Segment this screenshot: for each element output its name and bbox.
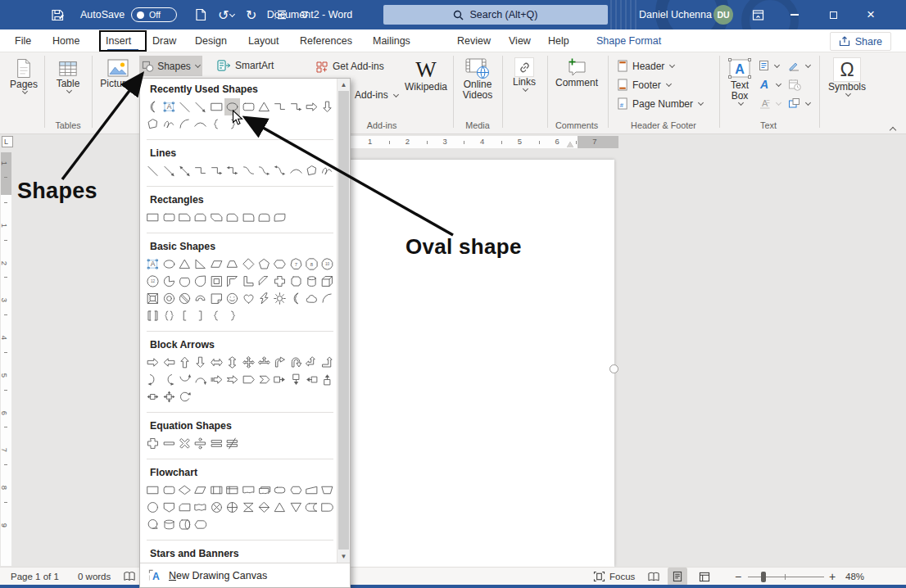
shape-fc-document[interactable] (240, 482, 256, 499)
shape-arrow-left[interactable] (161, 354, 176, 371)
shape-cloud[interactable] (304, 290, 319, 307)
save-icon[interactable] (51, 0, 65, 29)
shape-right-brace[interactable] (224, 307, 240, 324)
shape-moon[interactable] (288, 290, 304, 307)
links-button[interactable]: Links (505, 57, 544, 92)
date-time-button[interactable] (788, 79, 801, 91)
shapes-button[interactable]: Shapes (139, 56, 202, 76)
shape-dodecagon[interactable]: 12 (145, 273, 161, 290)
shape-math-equal[interactable] (209, 435, 224, 452)
shape-octagon[interactable]: 8 (304, 256, 319, 273)
zoom-out-button[interactable]: − (735, 568, 741, 586)
shape-fc-summing-junction[interactable] (209, 499, 224, 516)
shape-line-arrow-double[interactable] (177, 162, 193, 179)
pages-button[interactable]: Pages (7, 57, 41, 94)
tab-view[interactable]: View (509, 29, 531, 52)
shape-arrow-chevron[interactable] (256, 371, 272, 388)
focus-button[interactable]: Focus (593, 568, 635, 586)
shape-fc-merge[interactable] (288, 499, 304, 516)
quick-parts-button[interactable] (759, 60, 779, 71)
shape-arrow-bent[interactable] (272, 354, 288, 371)
shape-freeform-scribble[interactable] (161, 115, 176, 133)
shape-pie[interactable] (161, 273, 176, 290)
get-addins-button[interactable]: Get Add-ins (315, 60, 384, 73)
share-button[interactable]: Share (830, 32, 891, 51)
footer-button[interactable]: Footer (617, 79, 671, 91)
shape-parallelogram[interactable] (209, 256, 224, 273)
shape-fc-or[interactable] (224, 499, 240, 516)
shape-frame[interactable] (209, 273, 224, 290)
shape-isoceles-triangle[interactable] (256, 98, 272, 115)
shape-oval[interactable] (161, 256, 176, 273)
shape-fc-multidocument[interactable] (256, 482, 272, 499)
shape-snip-same-side-corner[interactable] (193, 209, 208, 226)
scroll-down-icon[interactable]: ▼ (339, 552, 348, 561)
menu-scrollbar[interactable]: ▲ ▼ (337, 79, 350, 563)
shape-left-brace[interactable] (209, 115, 224, 133)
shape-no-symbol[interactable] (177, 290, 193, 307)
right-indent-marker[interactable] (567, 142, 573, 147)
shape-fc-offpage-connector[interactable] (161, 499, 176, 516)
shape-chord[interactable] (177, 273, 193, 290)
tab-draw[interactable]: Draw (152, 29, 176, 52)
shape-right-triangle[interactable] (193, 256, 208, 273)
shape-right-bracket[interactable] (193, 307, 208, 324)
shape-arrow-right[interactable] (145, 354, 161, 371)
tab-mailings[interactable]: Mailings (373, 29, 410, 52)
shape-moon[interactable] (145, 98, 161, 115)
signature-line-button[interactable] (788, 60, 810, 71)
shape-callout-down-arrow[interactable] (288, 371, 304, 388)
shape-fc-stored-data[interactable] (304, 499, 319, 516)
zoom-slider-thumb[interactable] (761, 572, 766, 582)
zoom-slider-track[interactable] (748, 577, 824, 577)
avatar[interactable]: DU (713, 0, 733, 29)
shape-line[interactable] (177, 98, 193, 115)
shape-line-arrow[interactable] (193, 98, 208, 115)
shape-round-same-side-corner[interactable] (256, 209, 272, 226)
symbols-button[interactable]: Ω Symbols (826, 57, 868, 97)
smartart-button[interactable]: SmartArt (217, 59, 274, 72)
shape-isoceles-triangle[interactable] (177, 256, 193, 273)
shape-fc-connector[interactable] (145, 499, 161, 516)
shape-fc-predefined-process[interactable] (209, 482, 224, 499)
shape-arrow-right[interactable] (304, 98, 319, 115)
vertical-ruler[interactable]: 1123456789 (1, 152, 11, 566)
zoom-level[interactable]: 48% (845, 568, 864, 586)
shape-freeform-shape[interactable] (145, 115, 161, 133)
shape-rounded-rectangle[interactable] (161, 209, 176, 226)
addins-button[interactable]: Add-ins (355, 89, 398, 101)
drop-cap-button[interactable]: A (759, 97, 781, 109)
shape-freeform-shape[interactable] (304, 162, 319, 179)
shape-sun[interactable] (272, 290, 288, 307)
shape-math-minus[interactable] (161, 435, 176, 452)
minimize-button[interactable] (781, 0, 809, 29)
shape-diamond[interactable] (240, 256, 256, 273)
shape-arrow-notched-right[interactable] (224, 371, 240, 388)
tab-references[interactable]: References (300, 29, 352, 52)
shape-arrow-up[interactable] (177, 354, 193, 371)
shape-callout-up-arrow[interactable] (319, 371, 335, 388)
shape-arrow-u-turn[interactable] (288, 354, 304, 371)
shape-curve[interactable] (193, 115, 208, 133)
page-count-status[interactable]: Page 1 of 1 (11, 568, 59, 586)
shape-arc[interactable] (177, 115, 193, 133)
page-resize-handle[interactable] (609, 364, 618, 373)
shape-pentagon[interactable] (256, 256, 272, 273)
web-layout-button[interactable] (695, 568, 714, 586)
shape-rectangle[interactable] (145, 209, 161, 226)
shape-fc-display[interactable] (193, 516, 208, 533)
shape-fc-collate[interactable] (240, 499, 256, 516)
shape-snip-single-corner[interactable] (177, 209, 193, 226)
shape-callout-right-arrow[interactable] (272, 371, 288, 388)
object-button[interactable] (788, 97, 810, 109)
shape-arrow-curved-up[interactable] (177, 371, 193, 388)
shape-arrow-striped-right[interactable] (209, 371, 224, 388)
shape-trapezoid[interactable] (224, 256, 240, 273)
close-button[interactable]: × (857, 0, 885, 29)
shape-fc-punched-tape[interactable] (193, 499, 208, 516)
collapse-ribbon-button[interactable] (889, 120, 895, 134)
shape-freeform-scribble[interactable] (319, 162, 335, 179)
shape-arrow-down[interactable] (193, 354, 208, 371)
autosave-toggle[interactable]: Off (131, 0, 177, 29)
print-layout-button[interactable] (668, 568, 687, 586)
